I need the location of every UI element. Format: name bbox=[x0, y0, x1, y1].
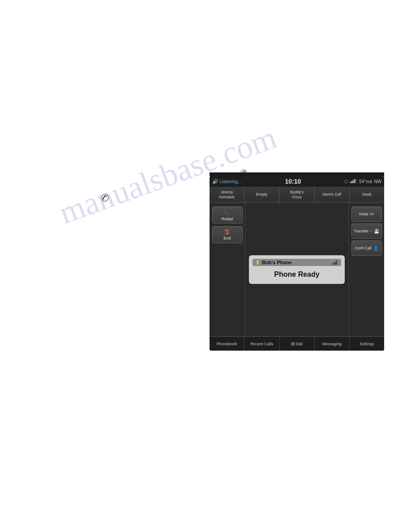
svg-rect-2 bbox=[353, 180, 354, 183]
transfer-button[interactable]: Transfer→ 💾 bbox=[351, 223, 382, 239]
svg-rect-1 bbox=[351, 181, 352, 183]
device-header-bar bbox=[210, 172, 384, 176]
listening-icon: 🔊 bbox=[212, 179, 218, 184]
svg-rect-8 bbox=[336, 261, 337, 265]
preset-btn-4[interactable]: Desk bbox=[350, 187, 384, 202]
nav-messaging[interactable]: Messaging bbox=[315, 337, 350, 351]
nav-settings[interactable]: Settings bbox=[350, 337, 384, 351]
preset-btn-3[interactable]: Mom's Cell bbox=[315, 187, 350, 202]
preset-btn-1[interactable]: Empty bbox=[244, 187, 279, 202]
redial-label: Redial bbox=[222, 217, 233, 221]
svg-rect-0 bbox=[350, 182, 351, 183]
device-screen: 🔊 Listening... 10:10 ⬡ 54°out NW JeremyF… bbox=[210, 176, 384, 351]
nav-phonebook[interactable]: Phonebook bbox=[210, 337, 244, 351]
phonebook-label: Phonebook bbox=[217, 342, 237, 346]
status-bar: 🔊 Listening... 10:10 ⬡ 54°out NW bbox=[210, 176, 384, 187]
svg-rect-6 bbox=[334, 262, 334, 265]
settings-label: Settings bbox=[360, 342, 374, 346]
phone-info-top: 🔋 Bob's Phone ⬡ bbox=[253, 259, 341, 266]
messaging-label: Messaging bbox=[322, 342, 342, 346]
end-button[interactable]: 📵 End bbox=[212, 226, 243, 243]
conf-call-icon: 👤 bbox=[373, 246, 378, 251]
svg-rect-7 bbox=[335, 262, 336, 265]
mute-icon: ✂ bbox=[370, 211, 374, 217]
center-panel: 🔋 Bob's Phone ⬡ Phone Ready bbox=[245, 203, 348, 336]
preset-btn-2[interactable]: Buddy'sPizza bbox=[279, 187, 314, 202]
svg-rect-4 bbox=[355, 179, 356, 183]
recent-calls-label: Recent Calls bbox=[250, 342, 273, 346]
battery-icon: 🔋 bbox=[255, 260, 260, 265]
end-icon: 📵 bbox=[224, 229, 231, 235]
status-listening: 🔊 Listening... bbox=[212, 179, 241, 184]
dial-label: Dial bbox=[295, 342, 303, 346]
signal-bars bbox=[350, 179, 357, 184]
phone-decoration-icon-2: ✆ bbox=[99, 192, 110, 205]
transfer-icon: 💾 bbox=[374, 229, 379, 234]
conf-call-button[interactable]: Conf.Call 👤 bbox=[351, 240, 382, 256]
status-right-area: ⬡ 54°out NW bbox=[344, 179, 381, 184]
transfer-label: Transfer→ bbox=[354, 229, 372, 233]
conf-call-label: Conf.Call bbox=[355, 246, 371, 250]
preset-btn-0[interactable]: JeremyFeinstein bbox=[210, 187, 244, 202]
listening-label: Listening... bbox=[220, 179, 241, 184]
mute-button[interactable]: Mute ✂ bbox=[351, 206, 382, 222]
nav-bar: Phonebook Recent Calls ⊞ Dial Messaging … bbox=[210, 336, 384, 351]
mute-label: Mute bbox=[359, 212, 368, 216]
redial-button[interactable]: 📞 Redial bbox=[212, 206, 243, 223]
nav-dial[interactable]: ⊞ Dial bbox=[279, 337, 314, 351]
bluetooth-icon: ⬡ bbox=[344, 179, 348, 184]
svg-rect-3 bbox=[354, 179, 355, 183]
status-time: 10:10 bbox=[285, 178, 301, 185]
redial-icon: 📞 bbox=[223, 209, 231, 216]
svg-rect-5 bbox=[332, 263, 333, 265]
dial-grid-icon: ⊞ bbox=[291, 341, 295, 346]
end-label: End bbox=[223, 236, 231, 240]
phone-bt-icon: ⬡ bbox=[328, 260, 331, 265]
right-panel: Mute ✂ Transfer→ 💾 Conf.Call 👤 bbox=[348, 203, 384, 336]
nav-recent-calls[interactable]: Recent Calls bbox=[244, 337, 279, 351]
phone-status-label: Phone Ready bbox=[274, 268, 319, 280]
phone-signal-bars bbox=[332, 261, 338, 265]
direction-label: NW bbox=[374, 179, 381, 184]
left-panel: 📞 Redial 📵 End bbox=[210, 203, 245, 336]
preset-row: JeremyFeinstein Empty Buddy'sPizza Mom's… bbox=[210, 187, 384, 203]
phone-info-card: 🔋 Bob's Phone ⬡ Phone Ready bbox=[249, 255, 345, 284]
phone-signal-area: ⬡ bbox=[328, 260, 338, 265]
phone-name-label: Bob's Phone bbox=[262, 260, 292, 265]
temperature-label: 54°out bbox=[359, 179, 372, 184]
main-content: 📞 Redial 📵 End 🔋 Bob's Phone ⬡ bbox=[210, 203, 384, 336]
